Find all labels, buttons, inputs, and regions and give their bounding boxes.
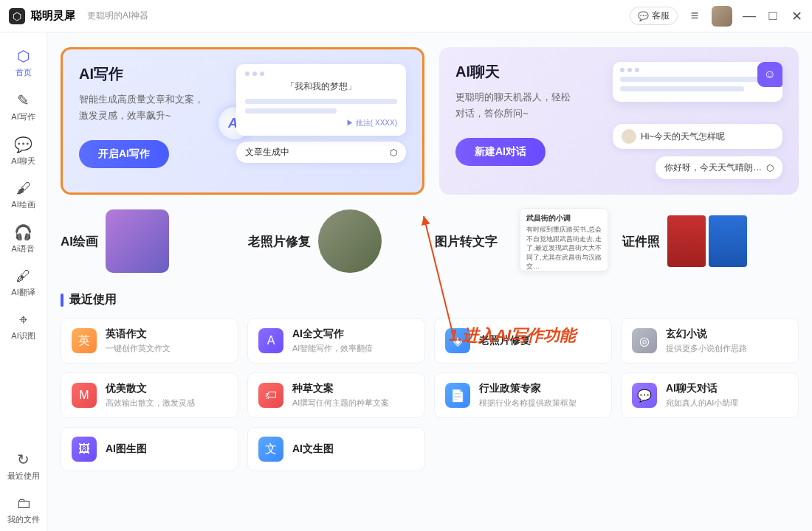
- minimize-button[interactable]: —: [743, 8, 756, 24]
- hero-desc: 更聪明的聊天机器人，轻松 对话，答你所问~: [455, 89, 613, 122]
- sidebar-label: AI写作: [11, 111, 35, 122]
- sidebar-label: 我的文件: [7, 514, 40, 525]
- sidebar-item-ocr[interactable]: ⌖ AI识图: [3, 305, 44, 347]
- recent-card[interactable]: A AI全文写作 AI智能写作，效率翻倍: [247, 318, 425, 364]
- sidebar-label: AI识图: [11, 330, 35, 341]
- card-subtitle: AI撰写任何主题的种草文案: [292, 398, 414, 409]
- sidebar-item-home[interactable]: ⬡ 首页: [3, 41, 44, 84]
- card-subtitle: AI智能写作，效率翻倍: [292, 343, 414, 354]
- recent-heading: 最近使用: [61, 292, 799, 308]
- main-content: AI写作 智能生成高质量文章和文案， 激发灵感，效率飙升~ 开启AI写作 AI …: [47, 32, 812, 531]
- tile-ocr[interactable]: 图片转文字 武昌街的小调 有时候到重庆路买书,总会不自觉地跟武昌街走去,走了,最…: [435, 208, 612, 274]
- sidebar-item-write[interactable]: ✎ AI写作: [3, 86, 44, 128]
- recent-card[interactable]: 英 英语作文 一键创作英文作文: [61, 318, 238, 364]
- bubble-avatar-icon: [622, 129, 636, 144]
- card-subtitle: 高效输出散文，激发灵感: [106, 398, 227, 409]
- sidebar: ⬡ 首页 ✎ AI写作 💬 AI聊天 🖌 AI绘画 🎧 Ai语音 🖋 AI翻译 …: [0, 32, 47, 531]
- card-icon: ◈: [445, 328, 470, 353]
- card-icon: A: [258, 328, 283, 353]
- chat-icon: 💬: [14, 136, 32, 153]
- tile-old-photo[interactable]: 老照片修复: [248, 208, 425, 274]
- maximize-button[interactable]: □: [766, 8, 780, 24]
- card-icon: ◎: [632, 328, 657, 353]
- mock-editor: 「我和我的梦想」 ▶ 批注( XXXX): [236, 64, 406, 136]
- heading-bar-icon: [61, 294, 63, 307]
- tile-title: 老照片修复: [248, 233, 311, 250]
- card-icon: 英: [72, 328, 97, 353]
- hero-ai-chat[interactable]: AI聊天 更聪明的聊天机器人，轻松 对话，答你所问~ 新建AI对话 ☺: [439, 47, 799, 195]
- recent-card[interactable]: M 优美散文 高效输出散文，激发灵感: [61, 372, 238, 418]
- history-icon: ↻: [17, 451, 30, 468]
- recent-card[interactable]: 🖼 AI图生图: [61, 427, 238, 471]
- hero-title: AI聊天: [455, 62, 613, 82]
- card-title: 种草文案: [292, 382, 414, 395]
- card-title: 英语作文: [106, 327, 227, 341]
- card-subtitle: 一键创作英文作文: [106, 343, 227, 354]
- sidebar-item-voice[interactable]: 🎧 Ai语音: [3, 218, 44, 260]
- card-title: 玄幻小说: [666, 327, 788, 341]
- card-icon: 🖼: [72, 437, 97, 462]
- mock-chat-window: ☺: [613, 62, 782, 102]
- ocr-preview: 武昌街的小调 有时候到重庆路买书,总会不自觉地跟武昌街走去,走了,最近发现武昌街…: [505, 208, 608, 274]
- recent-card[interactable]: ◎ 玄幻小说 提供更多小说创作思路: [621, 318, 799, 364]
- old-photo-preview-image: [318, 209, 382, 273]
- sidebar-label: AI绘画: [11, 199, 35, 210]
- customer-service-button[interactable]: 💬 客服: [630, 7, 678, 25]
- sidebar-item-paint[interactable]: 🖌 AI绘画: [3, 174, 44, 216]
- section-title: 最近使用: [69, 292, 117, 308]
- card-title: AI全文写作: [292, 327, 414, 341]
- mock-doc-title: 「我和我的梦想」: [245, 80, 397, 93]
- logo-icon: ⬡: [9, 8, 25, 24]
- ocr-doc-body: 有时候到重庆路买书,总会不自觉地跟武昌街走去,走了,最近发现武昌街大大不同了,尤…: [526, 225, 602, 271]
- titlebar-right: 💬 客服 ≡ — □ ✕: [630, 6, 803, 27]
- sidebar-item-files[interactable]: 🗀 我的文件: [3, 489, 44, 531]
- sidebar-label: 首页: [16, 67, 32, 78]
- chat-bubble-user: Hi~今天的天气怎样呢: [613, 124, 782, 149]
- tile-ai-paint[interactable]: AI绘画: [61, 208, 238, 274]
- card-title: AI文生图: [292, 442, 414, 456]
- id-photo-preview: [667, 215, 747, 267]
- folder-icon: 🗀: [16, 495, 31, 512]
- card-icon: M: [72, 383, 97, 408]
- generation-status: 文章生成中 ⬡: [236, 142, 406, 163]
- cs-label: 客服: [652, 10, 670, 22]
- sidebar-item-chat[interactable]: 💬 AI聊天: [3, 130, 44, 173]
- card-icon: 📄: [445, 383, 470, 408]
- hero-row: AI写作 智能生成高质量文章和文案， 激发灵感，效率飙升~ 开启AI写作 AI …: [61, 47, 799, 195]
- card-icon: 💬: [632, 383, 657, 408]
- sidebar-label: AI聊天: [11, 156, 35, 167]
- close-button[interactable]: ✕: [790, 8, 803, 24]
- app-logo: ⬡ 聪明灵犀 更聪明的AI神器: [9, 8, 148, 24]
- recent-card[interactable]: ◈ 老照片修复: [434, 318, 612, 364]
- feature-tiles-row: AI绘画 老照片修复 图片转文字 武昌街的小调 有时候到重庆路买书,总会不自觉地…: [61, 208, 799, 274]
- sidebar-label: Ai语音: [12, 243, 35, 254]
- new-ai-chat-button[interactable]: 新建AI对话: [455, 138, 546, 166]
- sidebar-label: AI翻译: [11, 287, 35, 298]
- hero-desc: 智能生成高质量文章和文案， 激发灵感，效率飙升~: [79, 91, 236, 124]
- tile-title: 图片转文字: [435, 233, 498, 250]
- card-icon: 🏷: [258, 383, 283, 408]
- hero-title: AI写作: [79, 64, 236, 84]
- recent-card[interactable]: 🏷 种草文案 AI撰写任何主题的种草文案: [247, 372, 425, 418]
- scan-icon: ⌖: [19, 311, 27, 328]
- recent-card[interactable]: 文 AI文生图: [247, 427, 425, 471]
- card-subtitle: 根据行业名称提供政策框架: [479, 398, 601, 409]
- tile-title: 证件照: [622, 233, 660, 250]
- card-title: 老照片修复: [479, 334, 601, 347]
- hero-ai-write[interactable]: AI写作 智能生成高质量文章和文案， 激发灵感，效率飙升~ 开启AI写作 AI …: [61, 47, 424, 195]
- tile-id-photo[interactable]: 证件照: [622, 208, 799, 274]
- card-title: 优美散文: [106, 382, 227, 395]
- user-avatar[interactable]: [712, 6, 732, 27]
- hex-icon: ⬡: [390, 148, 397, 158]
- sidebar-item-translate[interactable]: 🖋 AI翻译: [3, 262, 44, 304]
- chat-fab-icon: ☺: [757, 62, 782, 87]
- start-ai-write-button[interactable]: 开启AI写作: [79, 140, 169, 168]
- home-icon: ⬡: [17, 47, 30, 65]
- hamburger-menu-icon[interactable]: ≡: [688, 8, 701, 24]
- brush-icon: 🖌: [16, 180, 31, 197]
- sidebar-label: 最近使用: [7, 471, 40, 482]
- app-name: 聪明灵犀: [31, 9, 75, 23]
- recent-card[interactable]: 💬 AI聊天对话 宛如真人的AI小助理: [621, 372, 799, 418]
- recent-card[interactable]: 📄 行业政策专家 根据行业名称提供政策框架: [434, 372, 612, 418]
- sidebar-item-recent[interactable]: ↻ 最近使用: [3, 445, 44, 487]
